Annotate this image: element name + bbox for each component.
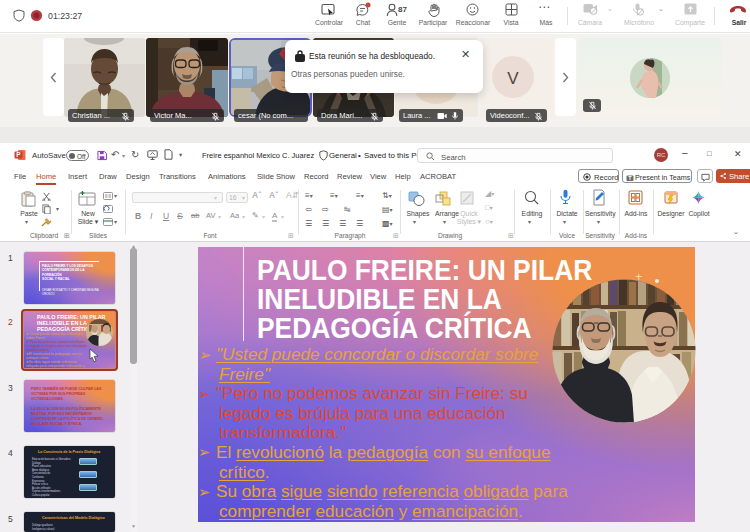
- svg-text:P: P: [16, 151, 21, 158]
- svg-text:V: V: [507, 69, 519, 88]
